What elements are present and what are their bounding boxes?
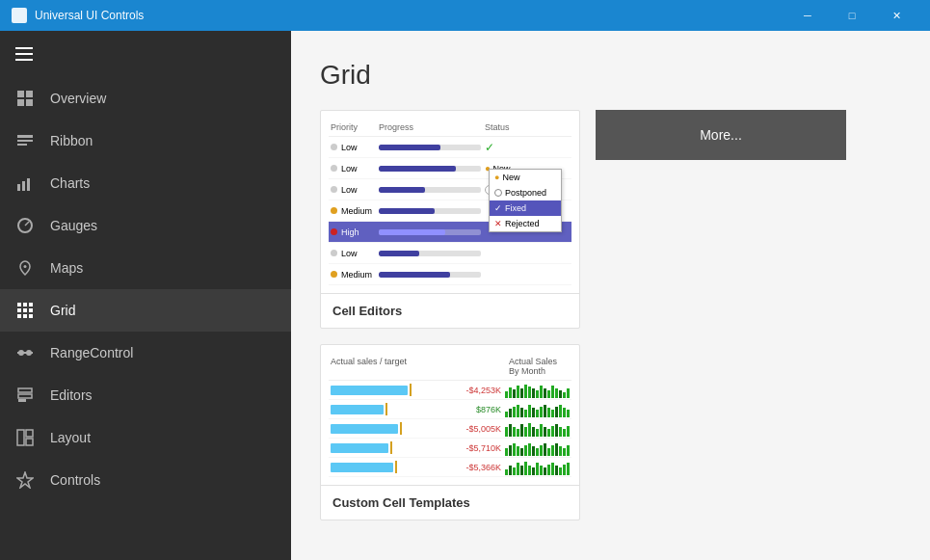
controls-icon bbox=[15, 470, 35, 490]
sidebar-item-rangecontrol[interactable]: RangeControl bbox=[0, 332, 291, 374]
bar-mini bbox=[536, 448, 539, 456]
priority-dot bbox=[331, 165, 337, 172]
titlebar-controls: ─ □ ✕ bbox=[785, 0, 918, 31]
bar-mini bbox=[559, 405, 562, 417]
svg-rect-2 bbox=[17, 99, 24, 106]
progress-bar-bg bbox=[379, 229, 481, 235]
bar-mini bbox=[540, 466, 543, 475]
bar-mini bbox=[513, 427, 516, 437]
bar-mini bbox=[540, 445, 543, 456]
svg-rect-25 bbox=[18, 388, 32, 392]
check-icon: ✓ bbox=[494, 203, 502, 213]
sidebar-item-layout[interactable]: Layout bbox=[0, 416, 291, 459]
sidebar-item-grid[interactable]: Grid bbox=[0, 289, 291, 332]
bar-mini bbox=[505, 412, 508, 417]
sidebar-item-controls[interactable]: Controls bbox=[0, 459, 291, 501]
editors-icon bbox=[15, 386, 35, 405]
svg-rect-14 bbox=[23, 303, 27, 307]
minimize-button[interactable]: ─ bbox=[785, 0, 830, 31]
progress-bar-fill bbox=[379, 208, 435, 214]
titlebar-left: Universal UI Controls bbox=[12, 8, 144, 23]
bar-mini bbox=[517, 463, 519, 475]
svg-rect-21 bbox=[29, 314, 33, 318]
bar-mini bbox=[563, 429, 566, 437]
bullet-cell bbox=[331, 403, 450, 415]
bar-mini bbox=[555, 388, 558, 398]
sidebar-label-gauges: Gauges bbox=[50, 218, 97, 233]
bullet-target bbox=[400, 422, 402, 435]
svg-rect-0 bbox=[17, 91, 24, 97]
status-dropdown[interactable]: ●New Postponed ✓Fixed ✕Rej bbox=[489, 169, 562, 232]
priority-cell: Low bbox=[331, 249, 379, 258]
table-row: -$5,005K bbox=[329, 419, 571, 439]
priority-dot bbox=[331, 250, 337, 256]
bar-mini bbox=[563, 448, 566, 456]
bullet-target bbox=[390, 441, 392, 454]
more-button[interactable]: More... bbox=[596, 110, 846, 160]
sidebar-header[interactable] bbox=[0, 31, 291, 77]
layout-icon bbox=[15, 428, 35, 447]
bar-mini bbox=[513, 407, 516, 417]
progress-bar-bg bbox=[379, 208, 481, 214]
status-cell: ✓ bbox=[485, 141, 562, 154]
bar-mini bbox=[517, 405, 519, 417]
cell-editors-inner: Priority Progress Status Low bbox=[321, 111, 579, 293]
progress-bar-fill bbox=[379, 229, 445, 235]
cell-editors-label: Cell Editors bbox=[321, 293, 579, 328]
fixed-option: Fixed bbox=[505, 203, 526, 213]
bar-mini bbox=[536, 410, 539, 417]
bar-chart-cell bbox=[501, 402, 570, 417]
bullet-target bbox=[395, 461, 397, 473]
sidebar-item-overview[interactable]: Overview bbox=[0, 77, 291, 120]
sidebar-item-maps[interactable]: Maps bbox=[0, 247, 291, 289]
bar-mini bbox=[513, 467, 516, 475]
hamburger-button[interactable] bbox=[15, 47, 33, 61]
close-button[interactable]: ✕ bbox=[874, 0, 918, 31]
bar-mini bbox=[547, 429, 550, 437]
check-icon: ✓ bbox=[485, 141, 494, 154]
table-row: Medium ●New bbox=[329, 200, 571, 222]
svg-rect-20 bbox=[23, 314, 27, 318]
sidebar-item-editors[interactable]: Editors bbox=[0, 374, 291, 416]
bullet-cell bbox=[331, 461, 450, 473]
priority-cell: Low bbox=[331, 185, 379, 195]
sidebar-item-charts[interactable]: Charts bbox=[0, 162, 291, 204]
grid-icon bbox=[15, 301, 35, 320]
progress-bar-fill bbox=[379, 166, 456, 172]
bar-mini bbox=[563, 392, 566, 398]
second-cards-row: Actual sales / target Actual Sales By Mo… bbox=[320, 344, 901, 520]
svg-rect-9 bbox=[27, 178, 30, 191]
bar-chart-cell bbox=[501, 460, 570, 475]
dropdown-item-new[interactable]: ●New bbox=[490, 170, 561, 185]
progress-bar-bg bbox=[379, 166, 481, 172]
priority-dot bbox=[331, 228, 337, 235]
dropdown-item-fixed[interactable]: ✓Fixed bbox=[490, 200, 561, 216]
titlebar-title: Universal UI Controls bbox=[35, 9, 144, 22]
bar-mini bbox=[540, 386, 543, 398]
progress-bar-bg bbox=[379, 187, 481, 193]
bar-mini bbox=[536, 463, 539, 475]
hamburger-line bbox=[15, 47, 33, 49]
sidebar-item-ribbon[interactable]: Ribbon bbox=[0, 120, 291, 162]
bar-mini bbox=[551, 445, 554, 456]
priority-cell: Low bbox=[331, 143, 379, 152]
svg-point-24 bbox=[26, 350, 32, 356]
custom-cell-templates-label: Custom Cell Templates bbox=[321, 485, 579, 520]
svg-rect-27 bbox=[18, 399, 26, 402]
bar-mini bbox=[547, 448, 550, 456]
sidebar-item-gauges[interactable]: Gauges bbox=[0, 204, 291, 247]
table-row: Low bbox=[329, 243, 571, 264]
bar-mini bbox=[532, 408, 535, 417]
bar-mini bbox=[544, 467, 546, 475]
bar-mini bbox=[567, 445, 570, 456]
bar-mini bbox=[559, 390, 562, 398]
cards-row: Priority Progress Status Low bbox=[320, 110, 901, 329]
bar-mini bbox=[509, 424, 512, 437]
maximize-button[interactable]: □ bbox=[830, 0, 874, 31]
progress-cell bbox=[379, 229, 485, 235]
bar-mini bbox=[505, 448, 508, 456]
sidebar-label-overview: Overview bbox=[50, 91, 106, 106]
dropdown-item-postponed[interactable]: Postponed bbox=[490, 185, 561, 200]
rangecontrol-icon bbox=[15, 343, 35, 362]
dropdown-item-rejected[interactable]: ✕Rejected bbox=[490, 216, 561, 231]
